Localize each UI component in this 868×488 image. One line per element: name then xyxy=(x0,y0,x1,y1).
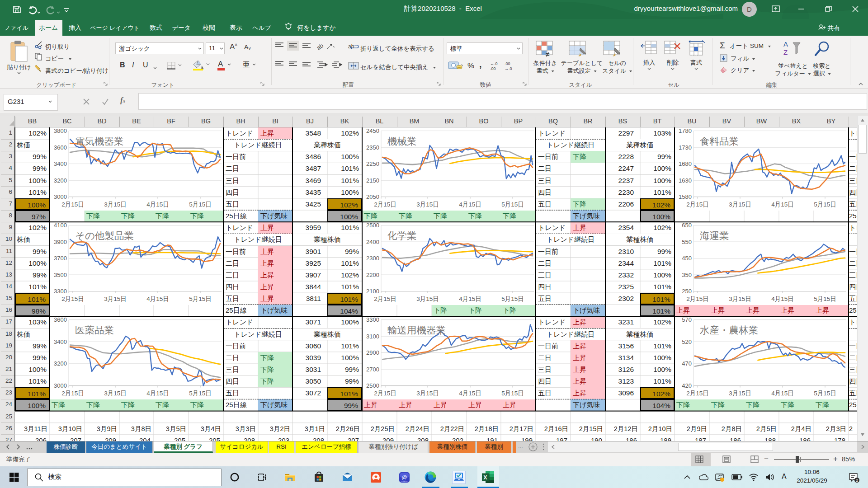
svg-text:2: 2 xyxy=(856,478,858,483)
svg-text:menu: menu xyxy=(401,480,408,483)
svg-text:X: X xyxy=(483,474,487,481)
